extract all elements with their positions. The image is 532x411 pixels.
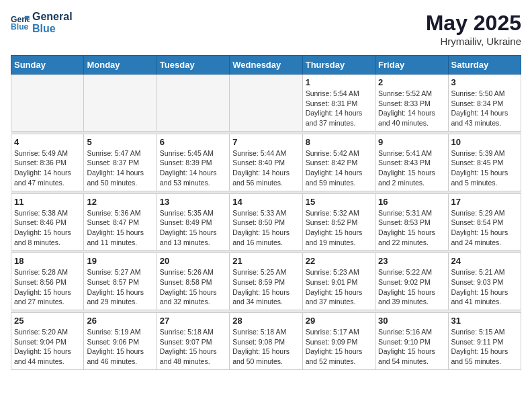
calendar-day: 5Sunrise: 5:47 AM Sunset: 8:37 PM Daylig… [84,134,157,191]
day-info: Sunrise: 5:39 AM Sunset: 8:45 PM Dayligh… [451,148,518,188]
calendar-day [11,75,84,132]
day-number: 11 [14,197,81,207]
calendar-day: 25Sunrise: 5:20 AM Sunset: 9:04 PM Dayli… [11,313,84,370]
day-info: Sunrise: 5:32 AM Sunset: 8:52 PM Dayligh… [306,208,372,248]
day-info: Sunrise: 5:33 AM Sunset: 8:50 PM Dayligh… [232,208,299,248]
calendar-day: 3Sunrise: 5:50 AM Sunset: 8:34 PM Daylig… [448,75,521,132]
day-number: 28 [232,316,299,326]
day-info: Sunrise: 5:16 AM Sunset: 9:10 PM Dayligh… [378,327,445,367]
day-info: Sunrise: 5:35 AM Sunset: 8:49 PM Dayligh… [160,208,226,248]
day-number: 2 [378,77,445,87]
column-header-wednesday: Wednesday [230,56,302,75]
calendar-day: 14Sunrise: 5:33 AM Sunset: 8:50 PM Dayli… [230,193,302,250]
calendar-day: 19Sunrise: 5:27 AM Sunset: 8:57 PM Dayli… [84,253,157,310]
day-number: 7 [232,137,299,147]
calendar-day: 30Sunrise: 5:16 AM Sunset: 9:10 PM Dayli… [375,313,448,370]
calendar-day: 21Sunrise: 5:25 AM Sunset: 8:59 PM Dayli… [230,253,302,310]
day-number: 18 [14,256,81,266]
day-info: Sunrise: 5:31 AM Sunset: 8:53 PM Dayligh… [378,208,445,248]
day-info: Sunrise: 5:19 AM Sunset: 9:06 PM Dayligh… [87,327,153,367]
svg-text:Blue: Blue [11,22,29,32]
calendar-day [84,75,157,132]
column-header-thursday: Thursday [302,56,375,75]
calendar-week-row: 25Sunrise: 5:20 AM Sunset: 9:04 PM Dayli… [11,313,521,370]
day-number: 23 [378,256,445,266]
calendar-day: 12Sunrise: 5:36 AM Sunset: 8:47 PM Dayli… [84,193,157,250]
calendar-day: 9Sunrise: 5:41 AM Sunset: 8:43 PM Daylig… [375,134,448,191]
day-number: 15 [306,197,372,207]
day-info: Sunrise: 5:18 AM Sunset: 9:07 PM Dayligh… [160,327,226,367]
day-number: 26 [87,316,153,326]
day-number: 31 [451,316,518,326]
day-info: Sunrise: 5:44 AM Sunset: 8:40 PM Dayligh… [232,148,299,188]
day-info: Sunrise: 5:47 AM Sunset: 8:37 PM Dayligh… [87,148,153,188]
day-info: Sunrise: 5:15 AM Sunset: 9:11 PM Dayligh… [451,327,518,367]
logo: General Blue General Blue [11,11,73,34]
title-block: May 2025 Hrymailiv, Ukraine [426,11,521,47]
day-number: 8 [306,137,372,147]
calendar-day: 27Sunrise: 5:18 AM Sunset: 9:07 PM Dayli… [157,313,229,370]
column-header-saturday: Saturday [448,56,521,75]
day-info: Sunrise: 5:20 AM Sunset: 9:04 PM Dayligh… [14,327,81,367]
calendar-day: 26Sunrise: 5:19 AM Sunset: 9:06 PM Dayli… [84,313,157,370]
day-info: Sunrise: 5:54 AM Sunset: 8:31 PM Dayligh… [306,89,372,128]
day-info: Sunrise: 5:42 AM Sunset: 8:42 PM Dayligh… [306,148,372,188]
calendar-day: 23Sunrise: 5:22 AM Sunset: 9:02 PM Dayli… [375,253,448,310]
calendar-day: 18Sunrise: 5:28 AM Sunset: 8:56 PM Dayli… [11,253,84,310]
day-info: Sunrise: 5:50 AM Sunset: 8:34 PM Dayligh… [451,89,518,128]
calendar-day: 22Sunrise: 5:23 AM Sunset: 9:01 PM Dayli… [302,253,375,310]
day-number: 5 [87,137,153,147]
day-info: Sunrise: 5:26 AM Sunset: 8:58 PM Dayligh… [160,267,226,307]
calendar-day: 13Sunrise: 5:35 AM Sunset: 8:49 PM Dayli… [157,193,229,250]
day-number: 1 [306,77,372,87]
calendar-day: 1Sunrise: 5:54 AM Sunset: 8:31 PM Daylig… [302,75,375,132]
logo-icon: General Blue [11,13,30,32]
day-number: 24 [451,256,518,266]
day-number: 13 [160,197,226,207]
calendar-day: 2Sunrise: 5:52 AM Sunset: 8:33 PM Daylig… [375,75,448,132]
day-info: Sunrise: 5:29 AM Sunset: 8:54 PM Dayligh… [451,208,518,248]
day-number: 19 [87,256,153,266]
day-number: 14 [232,197,299,207]
calendar-day: 28Sunrise: 5:18 AM Sunset: 9:08 PM Dayli… [230,313,302,370]
day-number: 3 [451,77,518,87]
day-info: Sunrise: 5:23 AM Sunset: 9:01 PM Dayligh… [306,267,372,307]
day-info: Sunrise: 5:28 AM Sunset: 8:56 PM Dayligh… [14,267,81,307]
page-header: General Blue General Blue May 2025 Hryma… [11,11,521,47]
calendar-day: 7Sunrise: 5:44 AM Sunset: 8:40 PM Daylig… [230,134,302,191]
day-number: 17 [451,197,518,207]
day-number: 29 [306,316,372,326]
day-number: 9 [378,137,445,147]
logo-blue: Blue [32,23,73,35]
calendar-day: 15Sunrise: 5:32 AM Sunset: 8:52 PM Dayli… [302,193,375,250]
calendar-day: 24Sunrise: 5:21 AM Sunset: 9:03 PM Dayli… [448,253,521,310]
column-header-sunday: Sunday [11,56,84,75]
day-info: Sunrise: 5:27 AM Sunset: 8:57 PM Dayligh… [87,267,153,307]
calendar-day: 6Sunrise: 5:45 AM Sunset: 8:39 PM Daylig… [157,134,229,191]
day-info: Sunrise: 5:25 AM Sunset: 8:59 PM Dayligh… [232,267,299,307]
day-info: Sunrise: 5:41 AM Sunset: 8:43 PM Dayligh… [378,148,445,188]
day-info: Sunrise: 5:36 AM Sunset: 8:47 PM Dayligh… [87,208,153,248]
day-number: 22 [306,256,372,266]
day-number: 25 [14,316,81,326]
day-info: Sunrise: 5:45 AM Sunset: 8:39 PM Dayligh… [160,148,226,188]
day-info: Sunrise: 5:18 AM Sunset: 9:08 PM Dayligh… [232,327,299,367]
column-header-tuesday: Tuesday [157,56,229,75]
calendar-header-row: SundayMondayTuesdayWednesdayThursdayFrid… [11,56,521,75]
month-year-title: May 2025 [426,11,521,36]
calendar-day: 8Sunrise: 5:42 AM Sunset: 8:42 PM Daylig… [302,134,375,191]
column-header-monday: Monday [84,56,157,75]
calendar-day: 11Sunrise: 5:38 AM Sunset: 8:46 PM Dayli… [11,193,84,250]
calendar-week-row: 4Sunrise: 5:49 AM Sunset: 8:36 PM Daylig… [11,134,521,191]
day-number: 10 [451,137,518,147]
day-number: 20 [160,256,226,266]
day-number: 30 [378,316,445,326]
location-subtitle: Hrymailiv, Ukraine [426,36,521,47]
day-number: 21 [232,256,299,266]
calendar-table: SundayMondayTuesdayWednesdayThursdayFrid… [11,55,521,370]
column-header-friday: Friday [375,56,448,75]
calendar-week-row: 11Sunrise: 5:38 AM Sunset: 8:46 PM Dayli… [11,193,521,250]
day-number: 12 [87,197,153,207]
calendar-day: 4Sunrise: 5:49 AM Sunset: 8:36 PM Daylig… [11,134,84,191]
calendar-day: 20Sunrise: 5:26 AM Sunset: 8:58 PM Dayli… [157,253,229,310]
